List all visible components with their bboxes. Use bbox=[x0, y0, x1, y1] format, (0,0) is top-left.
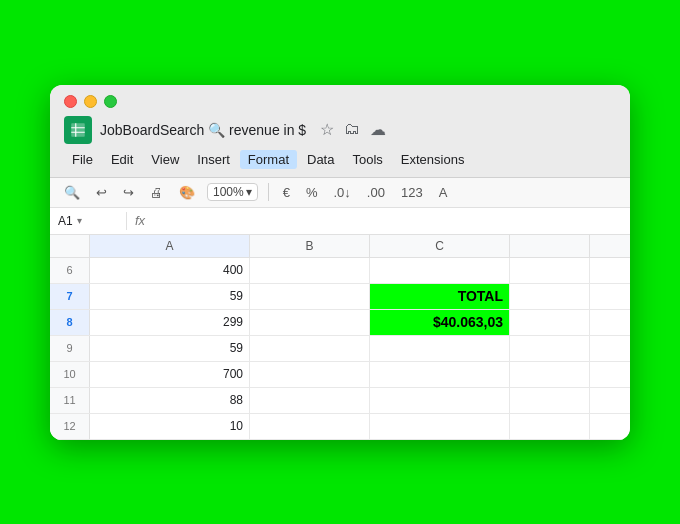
cell-a11[interactable]: 88 bbox=[90, 388, 250, 413]
cell-d10[interactable] bbox=[510, 362, 590, 387]
formula-bar: A1 ▾ fx bbox=[50, 208, 630, 235]
decimal-decrease-icon[interactable]: .0↓ bbox=[330, 183, 355, 202]
text-format-icon[interactable]: A bbox=[435, 183, 452, 202]
row-num-header bbox=[50, 235, 90, 257]
menu-insert[interactable]: Insert bbox=[189, 150, 238, 169]
redo-icon[interactable]: ↪ bbox=[119, 183, 138, 202]
menu-data[interactable]: Data bbox=[299, 150, 342, 169]
cell-ref-value: A1 bbox=[58, 214, 73, 228]
app-icon bbox=[64, 116, 92, 144]
cell-b9[interactable] bbox=[250, 336, 370, 361]
cell-d9[interactable] bbox=[510, 336, 590, 361]
cell-c11[interactable] bbox=[370, 388, 510, 413]
toolbar: 🔍 ↩ ↪ 🖨 🎨 100% ▾ € % .0↓ .00 123 A bbox=[50, 178, 630, 208]
cell-c9[interactable] bbox=[370, 336, 510, 361]
column-headers: A B C bbox=[50, 235, 630, 258]
table-row: 8 299 $40.063,03 bbox=[50, 310, 630, 336]
table-row: 9 59 bbox=[50, 336, 630, 362]
percent-icon[interactable]: % bbox=[302, 183, 322, 202]
menu-edit[interactable]: Edit bbox=[103, 150, 141, 169]
cell-d7[interactable] bbox=[510, 284, 590, 309]
cloud-icon[interactable]: ☁ bbox=[370, 120, 386, 139]
maximize-button[interactable] bbox=[104, 95, 117, 108]
col-header-d[interactable] bbox=[510, 235, 590, 257]
cell-d12[interactable] bbox=[510, 414, 590, 439]
cell-b7[interactable] bbox=[250, 284, 370, 309]
number-format-icon[interactable]: 123 bbox=[397, 183, 427, 202]
cell-d8[interactable] bbox=[510, 310, 590, 335]
traffic-lights bbox=[64, 95, 616, 108]
table-row: 11 88 bbox=[50, 388, 630, 414]
currency-icon[interactable]: € bbox=[279, 183, 294, 202]
cell-a6[interactable]: 400 bbox=[90, 258, 250, 283]
title-icons: ☆ 🗂 ☁ bbox=[320, 120, 386, 139]
row-number-9: 9 bbox=[50, 336, 90, 361]
cell-ref-dropdown-icon[interactable]: ▾ bbox=[77, 215, 82, 226]
menu-file[interactable]: File bbox=[64, 150, 101, 169]
row-number-12: 12 bbox=[50, 414, 90, 439]
row-number-11: 11 bbox=[50, 388, 90, 413]
row-number-8: 8 bbox=[50, 310, 90, 335]
cell-c6[interactable] bbox=[370, 258, 510, 283]
undo-icon[interactable]: ↩ bbox=[92, 183, 111, 202]
cell-reference-box[interactable]: A1 ▾ bbox=[58, 214, 118, 228]
cell-c12[interactable] bbox=[370, 414, 510, 439]
col-header-a[interactable]: A bbox=[90, 235, 250, 257]
cell-a9[interactable]: 59 bbox=[90, 336, 250, 361]
cell-a8[interactable]: 299 bbox=[90, 310, 250, 335]
cell-c7-total[interactable]: TOTAL bbox=[370, 284, 510, 309]
folder-icon[interactable]: 🗂 bbox=[344, 120, 360, 139]
zoom-control[interactable]: 100% ▾ bbox=[207, 183, 258, 201]
zoom-value: 100% bbox=[213, 185, 244, 199]
menu-view[interactable]: View bbox=[143, 150, 187, 169]
formula-separator bbox=[126, 212, 127, 230]
menu-tools[interactable]: Tools bbox=[344, 150, 390, 169]
table-row: 12 10 bbox=[50, 414, 630, 440]
window-title: JobBoardSearch 🔍 revenue in $ bbox=[100, 122, 306, 138]
row-number-10: 10 bbox=[50, 362, 90, 387]
cell-c10[interactable] bbox=[370, 362, 510, 387]
paint-format-icon[interactable]: 🎨 bbox=[175, 183, 199, 202]
titlebar: JobBoardSearch 🔍 revenue in $ ☆ 🗂 ☁ File… bbox=[50, 85, 630, 178]
svg-rect-0 bbox=[71, 123, 85, 137]
menu-format[interactable]: Format bbox=[240, 150, 297, 169]
cell-a12[interactable]: 10 bbox=[90, 414, 250, 439]
table-row: 7 59 TOTAL bbox=[50, 284, 630, 310]
col-header-c[interactable]: C bbox=[370, 235, 510, 257]
cell-b8[interactable] bbox=[250, 310, 370, 335]
app-header: JobBoardSearch 🔍 revenue in $ ☆ 🗂 ☁ bbox=[64, 116, 616, 144]
row-number-6: 6 bbox=[50, 258, 90, 283]
cell-b10[interactable] bbox=[250, 362, 370, 387]
row-number-7: 7 bbox=[50, 284, 90, 309]
print-icon[interactable]: 🖨 bbox=[146, 183, 167, 202]
toolbar-separator bbox=[268, 183, 269, 201]
close-button[interactable] bbox=[64, 95, 77, 108]
cell-b11[interactable] bbox=[250, 388, 370, 413]
spreadsheet-content: A B C 6 400 7 59 TOTAL 8 299 $40.063,03 bbox=[50, 235, 630, 440]
spreadsheet-window: JobBoardSearch 🔍 revenue in $ ☆ 🗂 ☁ File… bbox=[50, 85, 630, 440]
table-row: 10 700 bbox=[50, 362, 630, 388]
table-row: 6 400 bbox=[50, 258, 630, 284]
star-icon[interactable]: ☆ bbox=[320, 120, 334, 139]
cell-a10[interactable]: 700 bbox=[90, 362, 250, 387]
col-header-b[interactable]: B bbox=[250, 235, 370, 257]
zoom-dropdown-icon[interactable]: ▾ bbox=[246, 185, 252, 199]
menu-bar: File Edit View Insert Format Data Tools … bbox=[64, 150, 616, 169]
cell-a7[interactable]: 59 bbox=[90, 284, 250, 309]
cell-b12[interactable] bbox=[250, 414, 370, 439]
minimize-button[interactable] bbox=[84, 95, 97, 108]
menu-extensions[interactable]: Extensions bbox=[393, 150, 473, 169]
decimal-increase-icon[interactable]: .00 bbox=[363, 183, 389, 202]
search-icon[interactable]: 🔍 bbox=[60, 183, 84, 202]
cell-c8-amount[interactable]: $40.063,03 bbox=[370, 310, 510, 335]
cell-b6[interactable] bbox=[250, 258, 370, 283]
fx-label: fx bbox=[135, 213, 145, 228]
cell-d11[interactable] bbox=[510, 388, 590, 413]
cell-d6[interactable] bbox=[510, 258, 590, 283]
